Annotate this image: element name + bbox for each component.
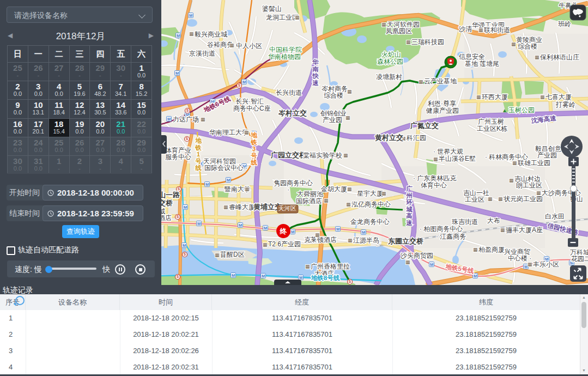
svg-text:基地: 基地	[465, 60, 478, 68]
svg-text:▦: ▦	[381, 191, 386, 196]
svg-text:城: 城	[405, 206, 413, 213]
svg-text:广州玉树: 广州玉树	[478, 118, 504, 125]
svg-text:珠吉街道: 珠吉街道	[452, 218, 478, 226]
svg-text:毅兴商业城: 毅兴商业城	[195, 31, 227, 38]
svg-text:M: M	[474, 274, 477, 278]
svg-text:三瑞科技园: 三瑞科技园	[411, 38, 444, 46]
svg-text:大舜丽池: 大舜丽池	[297, 190, 324, 198]
svg-text:▦: ▦	[223, 204, 228, 210]
svg-text:金龙商务中心: 金龙商务中心	[350, 218, 390, 226]
svg-text:· 柏图商务中心: · 柏图商务中心	[420, 225, 463, 233]
svg-text:▦: ▦	[536, 190, 541, 196]
svg-text:保利林语山庄: 保利林语山庄	[540, 53, 579, 61]
svg-text:莲塘尾: 莲塘尾	[480, 60, 499, 68]
svg-text:▦: ▦	[189, 31, 194, 37]
svg-text:M: M	[299, 275, 302, 280]
svg-text:广: 广	[405, 185, 413, 192]
svg-text:中人小区: 中人小区	[236, 42, 262, 50]
svg-text:M: M	[167, 117, 171, 122]
svg-text:广氮立交: 广氮立交	[410, 122, 439, 130]
svg-text:广州香格里拉: 广州香格里拉	[311, 263, 350, 270]
svg-text:玉树公园: 玉树公园	[508, 106, 535, 114]
svg-text:S: S	[349, 280, 351, 283]
svg-text:速: 速	[405, 220, 413, 226]
svg-text:T2 6产业园: T2 6产业园	[268, 240, 301, 248]
svg-text:▦: ▦	[511, 41, 516, 47]
svg-text:睿峰大厦: 睿峰大厦	[229, 203, 255, 211]
svg-text:隽园商务中心: 隽园商务中心	[274, 179, 313, 187]
svg-text:▦: ▦	[343, 153, 348, 158]
svg-text:柏盈商厦: 柏盈商厦	[478, 246, 505, 253]
svg-text:利恩·尊享: 利恩·尊享	[427, 100, 456, 107]
svg-text:信息安全: 信息安全	[459, 53, 485, 60]
svg-text:星宇大厦: 星宇大厦	[357, 190, 383, 197]
svg-text:状元岗工业园: 状元岗工业园	[503, 195, 543, 203]
svg-text:力达广场: 力达广场	[173, 116, 199, 123]
svg-text:▦: ▦	[509, 178, 514, 183]
svg-text:大布: 大布	[487, 217, 500, 225]
svg-text:华南理工大学: 华南理工大学	[209, 129, 248, 136]
svg-text:环: 环	[405, 199, 413, 205]
svg-text:M: M	[227, 178, 230, 183]
svg-text:铁: 铁	[250, 139, 257, 145]
svg-text:产业园: 产业园	[323, 116, 342, 124]
svg-text:▦: ▦	[347, 186, 352, 192]
svg-text:3: 3	[252, 145, 256, 152]
svg-text:铁: 铁	[195, 144, 202, 151]
svg-text:华: 华	[312, 59, 319, 65]
svg-text:▦: ▦	[215, 252, 220, 258]
svg-text:沙头商贸园: 沙头商贸园	[400, 252, 433, 259]
svg-text:州: 州	[405, 192, 413, 199]
svg-text:▦: ▦	[498, 196, 503, 202]
svg-text:线: 线	[250, 159, 257, 166]
svg-text:七喜大厦: 七喜大厦	[545, 93, 572, 101]
svg-text:▦: ▦	[405, 259, 410, 265]
svg-text:产业园: 产业园	[537, 151, 557, 159]
svg-text:东圃立交桥: 东圃立交桥	[387, 237, 424, 245]
svg-text:黄村立交: 黄村立交	[374, 134, 403, 142]
svg-text:· 世界大观: · 世界大观	[433, 148, 463, 155]
svg-text:泓亿商务中心: 泓亿商务中心	[351, 201, 391, 208]
svg-text:班岭: 班岭	[558, 20, 571, 28]
svg-text:凤凰园区: 凤凰园区	[386, 27, 412, 35]
svg-text:服务中心: 服务中心	[165, 153, 191, 161]
svg-text:克莱顿酒店: 克莱顿酒店	[304, 236, 337, 244]
svg-text:龙洞工业区: 龙洞工业区	[266, 14, 299, 21]
svg-text:号: 号	[250, 153, 257, 159]
svg-text:南: 南	[312, 66, 319, 72]
svg-text:终: 终	[280, 227, 288, 235]
svg-text:综合楼: 综合楼	[518, 43, 537, 50]
svg-text:骊丰大厦A座: 骊丰大厦A座	[506, 226, 543, 234]
svg-text:M: M	[197, 221, 201, 226]
svg-text:半山溪谷E墅: 半山溪谷E墅	[439, 155, 476, 162]
svg-text:酒店: 酒店	[161, 214, 172, 222]
svg-text:▦: ▦	[348, 238, 353, 243]
svg-text:▦: ▦	[473, 247, 478, 252]
svg-text:朗工业区: 朗工业区	[516, 181, 542, 189]
svg-text:地: 地	[195, 137, 202, 144]
svg-text:凌塘新村: 凌塘新村	[376, 73, 402, 81]
svg-text:· 江鑫商务: · 江鑫商务	[436, 233, 466, 240]
svg-text:联雄工业园: 联雄工业园	[517, 159, 550, 167]
svg-text:M: M	[430, 262, 433, 267]
svg-text:国际酒店: 国际酒店	[296, 197, 322, 205]
svg-text:▦: ▦	[263, 242, 268, 247]
svg-text:▦: ▦	[244, 130, 249, 135]
svg-text:▦: ▦	[345, 115, 350, 120]
svg-text:▦: ▦	[512, 160, 517, 166]
svg-text:▦: ▦	[500, 227, 505, 233]
svg-text:交桥: 交桥	[161, 199, 173, 207]
svg-text:M: M	[189, 13, 192, 18]
svg-text:·: ·	[287, 186, 289, 193]
svg-text:快: 快	[312, 72, 319, 79]
svg-text:棠福实验学校: 棠福实验学校	[303, 151, 342, 159]
svg-text:线: 线	[195, 165, 202, 171]
svg-text:丰乐小区: 丰乐小区	[533, 260, 559, 268]
svg-text:M: M	[205, 182, 209, 187]
svg-text:工业区K栋: 工业区K栋	[477, 125, 507, 132]
svg-text:S: S	[177, 215, 179, 219]
svg-text:M: M	[175, 71, 179, 76]
svg-text:M: M	[291, 229, 294, 234]
svg-text:M: M	[232, 273, 235, 278]
svg-text:工业区: 工业区	[465, 196, 484, 203]
